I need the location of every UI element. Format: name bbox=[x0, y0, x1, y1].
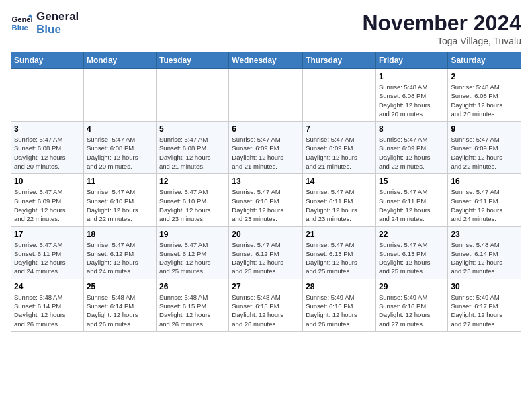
day-number: 1 bbox=[379, 72, 445, 81]
calendar-header: SundayMondayTuesdayWednesdayThursdayFrid… bbox=[11, 52, 521, 69]
day-info: Sunrise: 5:49 AM Sunset: 6:17 PM Dayligh… bbox=[451, 293, 518, 328]
day-number: 28 bbox=[306, 282, 373, 291]
calendar-cell: 10Sunrise: 5:47 AM Sunset: 6:09 PM Dayli… bbox=[11, 174, 84, 226]
calendar-table: SundayMondayTuesdayWednesdayThursdayFrid… bbox=[11, 52, 521, 332]
day-number: 7 bbox=[306, 124, 373, 134]
calendar-cell: 5Sunrise: 5:47 AM Sunset: 6:08 PM Daylig… bbox=[157, 122, 229, 174]
day-info: Sunrise: 5:47 AM Sunset: 6:13 PM Dayligh… bbox=[306, 240, 373, 276]
day-info: Sunrise: 5:49 AM Sunset: 6:16 PM Dayligh… bbox=[379, 293, 445, 328]
calendar-cell: 9Sunrise: 5:47 AM Sunset: 6:09 PM Daylig… bbox=[448, 122, 521, 174]
calendar-cell: 26Sunrise: 5:48 AM Sunset: 6:15 PM Dayli… bbox=[157, 279, 229, 331]
calendar-cell: 17Sunrise: 5:47 AM Sunset: 6:11 PM Dayli… bbox=[11, 226, 84, 279]
header-sunday: Sunday bbox=[11, 52, 84, 69]
day-info: Sunrise: 5:47 AM Sunset: 6:08 PM Dayligh… bbox=[87, 135, 153, 171]
calendar-cell: 20Sunrise: 5:47 AM Sunset: 6:12 PM Dayli… bbox=[229, 226, 303, 279]
calendar-cell: 30Sunrise: 5:49 AM Sunset: 6:17 PM Dayli… bbox=[448, 279, 521, 331]
logo-line1: General bbox=[36, 11, 79, 24]
calendar-cell bbox=[11, 69, 84, 122]
day-number: 14 bbox=[306, 177, 373, 186]
calendar-cell: 28Sunrise: 5:49 AM Sunset: 6:16 PM Dayli… bbox=[303, 279, 376, 331]
day-number: 5 bbox=[159, 124, 226, 134]
day-info: Sunrise: 5:47 AM Sunset: 6:13 PM Dayligh… bbox=[379, 240, 445, 276]
day-number: 6 bbox=[232, 124, 300, 134]
calendar-cell bbox=[303, 69, 376, 122]
header-row: SundayMondayTuesdayWednesdayThursdayFrid… bbox=[11, 52, 521, 69]
day-info: Sunrise: 5:47 AM Sunset: 6:10 PM Dayligh… bbox=[159, 187, 226, 223]
calendar-cell bbox=[229, 69, 303, 122]
day-number: 3 bbox=[14, 124, 81, 134]
day-info: Sunrise: 5:47 AM Sunset: 6:10 PM Dayligh… bbox=[87, 187, 153, 223]
day-number: 11 bbox=[87, 177, 153, 186]
day-number: 4 bbox=[87, 124, 153, 134]
calendar-body: 1Sunrise: 5:48 AM Sunset: 6:08 PM Daylig… bbox=[11, 69, 521, 332]
day-info: Sunrise: 5:48 AM Sunset: 6:08 PM Dayligh… bbox=[379, 83, 445, 118]
calendar-cell: 2Sunrise: 5:48 AM Sunset: 6:08 PM Daylig… bbox=[448, 69, 521, 122]
day-number: 8 bbox=[379, 124, 445, 134]
calendar-cell: 24Sunrise: 5:48 AM Sunset: 6:14 PM Dayli… bbox=[11, 279, 84, 331]
page-header: General Blue General Blue November 2024 … bbox=[11, 11, 521, 46]
svg-text:Blue: Blue bbox=[12, 23, 28, 31]
calendar-cell: 18Sunrise: 5:47 AM Sunset: 6:12 PM Dayli… bbox=[83, 226, 156, 279]
calendar-cell: 14Sunrise: 5:47 AM Sunset: 6:11 PM Dayli… bbox=[303, 174, 376, 226]
day-info: Sunrise: 5:47 AM Sunset: 6:12 PM Dayligh… bbox=[159, 240, 226, 276]
header-wednesday: Wednesday bbox=[229, 52, 303, 69]
calendar-cell: 13Sunrise: 5:47 AM Sunset: 6:10 PM Dayli… bbox=[229, 174, 303, 226]
day-number: 17 bbox=[14, 230, 81, 239]
week-row-2: 10Sunrise: 5:47 AM Sunset: 6:09 PM Dayli… bbox=[11, 174, 521, 226]
day-number: 19 bbox=[159, 230, 226, 239]
calendar-cell: 12Sunrise: 5:47 AM Sunset: 6:10 PM Dayli… bbox=[157, 174, 229, 226]
calendar-cell bbox=[157, 69, 229, 122]
day-info: Sunrise: 5:47 AM Sunset: 6:09 PM Dayligh… bbox=[14, 187, 81, 223]
day-number: 24 bbox=[14, 282, 81, 291]
day-number: 16 bbox=[451, 177, 518, 186]
day-number: 21 bbox=[306, 230, 373, 239]
logo: General Blue General Blue bbox=[11, 11, 79, 36]
day-info: Sunrise: 5:48 AM Sunset: 6:14 PM Dayligh… bbox=[14, 293, 81, 328]
day-number: 12 bbox=[159, 177, 226, 186]
week-row-4: 24Sunrise: 5:48 AM Sunset: 6:14 PM Dayli… bbox=[11, 279, 521, 331]
day-info: Sunrise: 5:48 AM Sunset: 6:15 PM Dayligh… bbox=[159, 293, 226, 328]
calendar-cell: 1Sunrise: 5:48 AM Sunset: 6:08 PM Daylig… bbox=[375, 69, 447, 122]
day-number: 23 bbox=[451, 230, 518, 239]
calendar-cell: 7Sunrise: 5:47 AM Sunset: 6:09 PM Daylig… bbox=[303, 122, 376, 174]
week-row-1: 3Sunrise: 5:47 AM Sunset: 6:08 PM Daylig… bbox=[11, 122, 521, 174]
day-info: Sunrise: 5:47 AM Sunset: 6:11 PM Dayligh… bbox=[379, 187, 445, 223]
day-info: Sunrise: 5:47 AM Sunset: 6:09 PM Dayligh… bbox=[451, 135, 518, 171]
day-number: 18 bbox=[87, 230, 153, 239]
calendar-cell: 22Sunrise: 5:47 AM Sunset: 6:13 PM Dayli… bbox=[375, 226, 447, 279]
calendar-cell: 6Sunrise: 5:47 AM Sunset: 6:09 PM Daylig… bbox=[229, 122, 303, 174]
day-number: 27 bbox=[232, 282, 300, 291]
day-info: Sunrise: 5:48 AM Sunset: 6:14 PM Dayligh… bbox=[87, 293, 153, 328]
calendar-cell: 8Sunrise: 5:47 AM Sunset: 6:09 PM Daylig… bbox=[375, 122, 447, 174]
day-number: 9 bbox=[451, 124, 518, 134]
title-block: November 2024 Toga Village, Tuvalu bbox=[362, 11, 521, 46]
day-number: 20 bbox=[232, 230, 300, 239]
day-number: 26 bbox=[159, 282, 226, 291]
header-saturday: Saturday bbox=[448, 52, 521, 69]
day-info: Sunrise: 5:47 AM Sunset: 6:11 PM Dayligh… bbox=[451, 187, 518, 223]
calendar-cell: 27Sunrise: 5:48 AM Sunset: 6:15 PM Dayli… bbox=[229, 279, 303, 331]
day-info: Sunrise: 5:47 AM Sunset: 6:12 PM Dayligh… bbox=[232, 240, 300, 276]
day-number: 22 bbox=[379, 230, 445, 239]
day-info: Sunrise: 5:47 AM Sunset: 6:09 PM Dayligh… bbox=[379, 135, 445, 171]
logo-line2: Blue bbox=[36, 24, 79, 36]
day-info: Sunrise: 5:49 AM Sunset: 6:16 PM Dayligh… bbox=[306, 293, 373, 328]
calendar-cell: 29Sunrise: 5:49 AM Sunset: 6:16 PM Dayli… bbox=[375, 279, 447, 331]
day-number: 30 bbox=[451, 282, 518, 291]
day-number: 29 bbox=[379, 282, 445, 291]
day-info: Sunrise: 5:47 AM Sunset: 6:09 PM Dayligh… bbox=[306, 135, 373, 171]
day-number: 13 bbox=[232, 177, 300, 186]
day-number: 2 bbox=[451, 72, 518, 81]
day-info: Sunrise: 5:47 AM Sunset: 6:12 PM Dayligh… bbox=[87, 240, 153, 276]
day-info: Sunrise: 5:47 AM Sunset: 6:11 PM Dayligh… bbox=[306, 187, 373, 223]
day-info: Sunrise: 5:48 AM Sunset: 6:15 PM Dayligh… bbox=[232, 293, 300, 328]
calendar-cell: 16Sunrise: 5:47 AM Sunset: 6:11 PM Dayli… bbox=[448, 174, 521, 226]
calendar-cell: 15Sunrise: 5:47 AM Sunset: 6:11 PM Dayli… bbox=[375, 174, 447, 226]
day-info: Sunrise: 5:47 AM Sunset: 6:09 PM Dayligh… bbox=[232, 135, 300, 171]
location-subtitle: Toga Village, Tuvalu bbox=[362, 36, 521, 46]
calendar-cell bbox=[83, 69, 156, 122]
day-info: Sunrise: 5:47 AM Sunset: 6:10 PM Dayligh… bbox=[232, 187, 300, 223]
logo-icon: General Blue bbox=[11, 13, 32, 34]
day-info: Sunrise: 5:48 AM Sunset: 6:14 PM Dayligh… bbox=[451, 240, 518, 276]
week-row-3: 17Sunrise: 5:47 AM Sunset: 6:11 PM Dayli… bbox=[11, 226, 521, 279]
